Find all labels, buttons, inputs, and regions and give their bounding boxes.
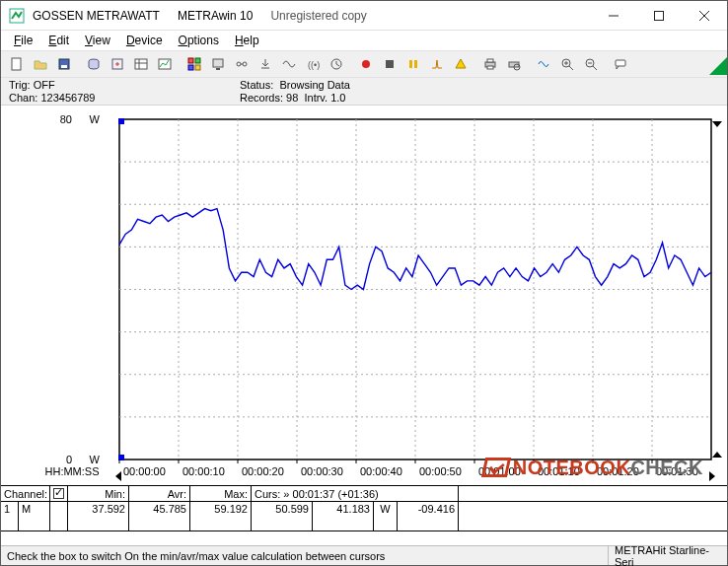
tb-trigger-icon[interactable] bbox=[426, 53, 448, 75]
tb-pause-icon[interactable] bbox=[402, 53, 424, 75]
svg-rect-28 bbox=[409, 60, 412, 68]
title-company: GOSSEN METRAWATT bbox=[33, 9, 160, 23]
svg-text:00:01:00: 00:01:00 bbox=[478, 465, 521, 477]
tb-clock-icon[interactable] bbox=[326, 53, 347, 75]
tb-printpreview-icon[interactable] bbox=[503, 53, 525, 75]
data-table: Channel: Min: Avr: Max: Curs: » 00:01:37… bbox=[1, 485, 727, 531]
app-window: GOSSEN METRAWATT METRAwin 10 Unregistere… bbox=[0, 0, 728, 566]
svg-rect-64 bbox=[118, 118, 124, 124]
tb-export-icon[interactable] bbox=[107, 53, 128, 75]
svg-text:00:01:30: 00:01:30 bbox=[656, 465, 698, 477]
table-row: 1 M 37.592 45.785 59.192 50.599 41.183 W… bbox=[1, 502, 727, 531]
row-cursB: 41.183 bbox=[313, 502, 374, 531]
menu-view[interactable]: View bbox=[78, 32, 117, 49]
tb-connect-icon[interactable] bbox=[231, 53, 253, 75]
svg-rect-19 bbox=[216, 68, 220, 70]
row-max: 59.192 bbox=[190, 502, 252, 531]
col-checkbox bbox=[50, 486, 68, 501]
trig-label: Trig: bbox=[9, 79, 31, 91]
menu-options[interactable]: Options bbox=[172, 32, 226, 49]
menu-file[interactable]: File bbox=[7, 32, 39, 49]
svg-rect-17 bbox=[195, 65, 200, 70]
tb-exportdb-icon[interactable] bbox=[83, 53, 105, 75]
svg-rect-32 bbox=[487, 66, 493, 69]
menu-help[interactable]: Help bbox=[228, 32, 266, 49]
svg-text:W: W bbox=[90, 454, 101, 465]
svg-text:0: 0 bbox=[66, 454, 72, 465]
titlebar: GOSSEN METRAWATT METRAwin 10 Unregistere… bbox=[1, 1, 727, 31]
svg-rect-16 bbox=[188, 65, 193, 70]
svg-rect-18 bbox=[213, 59, 223, 67]
col-curs: Curs: » 00:01:37 (+01:36) bbox=[252, 486, 459, 501]
row-min: 37.592 bbox=[68, 502, 129, 531]
row-unit: W bbox=[374, 502, 398, 531]
maximize-button[interactable] bbox=[636, 1, 682, 31]
svg-text:00:00:30: 00:00:30 bbox=[301, 465, 343, 477]
records-label: Records: bbox=[240, 92, 283, 104]
svg-point-26 bbox=[362, 60, 370, 68]
chart-area[interactable]: 800WWHH:MM:SS00:00:0000:00:1000:00:2000:… bbox=[1, 106, 727, 485]
tb-antenna-icon[interactable]: ((•)) bbox=[302, 53, 324, 75]
tb-new-icon[interactable] bbox=[6, 53, 28, 75]
col-avr: Avr: bbox=[129, 486, 190, 501]
tb-comment-icon[interactable] bbox=[610, 53, 631, 75]
svg-rect-0 bbox=[10, 9, 24, 23]
statusbar-device: METRAHit Starline-Seri bbox=[609, 546, 727, 565]
tb-table-icon[interactable] bbox=[130, 53, 152, 75]
menubar: File Edit View Device Options Help bbox=[1, 31, 727, 50]
tb-zoomin-icon[interactable] bbox=[556, 53, 578, 75]
svg-point-21 bbox=[243, 62, 247, 66]
svg-text:HH:MM:SS: HH:MM:SS bbox=[45, 465, 100, 477]
statusbar: Check the box to switch On the min/avr/m… bbox=[1, 545, 727, 565]
tb-record-icon[interactable] bbox=[355, 53, 377, 75]
chan-value: 123456789 bbox=[40, 92, 95, 104]
app-logo-icon bbox=[9, 8, 25, 24]
svg-text:80: 80 bbox=[60, 113, 72, 125]
chart-svg: 800WWHH:MM:SS00:00:0000:00:1000:00:2000:… bbox=[1, 106, 727, 485]
status-label: Status: bbox=[240, 79, 273, 91]
row-ch-check[interactable] bbox=[50, 502, 68, 531]
svg-point-20 bbox=[237, 62, 241, 66]
tb-chart-icon[interactable] bbox=[154, 53, 176, 75]
menu-device[interactable]: Device bbox=[119, 32, 170, 49]
toolbar: ((•)) bbox=[1, 50, 727, 78]
header-checkbox[interactable] bbox=[53, 488, 64, 499]
tb-alarm-icon[interactable] bbox=[450, 53, 472, 75]
tb-zoomout-icon[interactable] bbox=[580, 53, 602, 75]
svg-rect-31 bbox=[487, 59, 493, 62]
svg-text:00:00:50: 00:00:50 bbox=[419, 465, 462, 477]
tb-scale-icon[interactable] bbox=[533, 53, 554, 75]
minimize-button[interactable] bbox=[591, 1, 636, 31]
svg-rect-2 bbox=[655, 11, 664, 20]
col-min: Min: bbox=[68, 486, 129, 501]
svg-text:00:00:40: 00:00:40 bbox=[360, 465, 402, 477]
records-value: 98 bbox=[286, 92, 298, 104]
table-header: Channel: Min: Avr: Max: Curs: » 00:01:37… bbox=[1, 486, 727, 502]
tb-device-icon[interactable] bbox=[207, 53, 229, 75]
tb-open-icon[interactable] bbox=[30, 53, 51, 75]
statusbar-hint: Check the box to switch On the min/avr/m… bbox=[1, 546, 609, 565]
menu-edit[interactable]: Edit bbox=[41, 32, 76, 49]
row-cursA: 50.599 bbox=[252, 502, 313, 531]
svg-rect-42 bbox=[616, 60, 625, 66]
svg-text:00:01:20: 00:01:20 bbox=[597, 465, 639, 477]
svg-text:((•)): ((•)) bbox=[308, 60, 320, 70]
chan-label: Chan: bbox=[9, 92, 37, 104]
trig-value: OFF bbox=[34, 79, 55, 91]
status-value: Browsing Data bbox=[279, 79, 350, 91]
tb-signal-icon[interactable] bbox=[278, 53, 300, 75]
row-diff: -09.416 bbox=[398, 502, 459, 531]
tb-save-icon[interactable] bbox=[53, 53, 75, 75]
svg-text:00:01:10: 00:01:10 bbox=[538, 465, 580, 477]
col-max: Max: bbox=[190, 486, 252, 501]
intrv-value: 1.0 bbox=[330, 92, 345, 104]
tb-stop-icon[interactable] bbox=[379, 53, 400, 75]
tb-print-icon[interactable] bbox=[479, 53, 501, 75]
tb-download-icon[interactable] bbox=[255, 53, 276, 75]
close-button[interactable] bbox=[682, 1, 727, 31]
tb-channels-icon[interactable] bbox=[183, 53, 205, 75]
title-product: METRAwin 10 bbox=[178, 9, 253, 23]
svg-rect-10 bbox=[135, 59, 147, 69]
svg-rect-15 bbox=[195, 58, 200, 63]
row-avr: 45.785 bbox=[129, 502, 190, 531]
